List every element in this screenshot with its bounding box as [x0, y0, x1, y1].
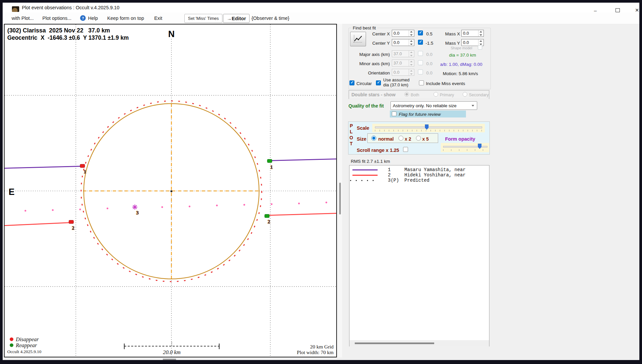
predicted-path-dots: [24, 202, 327, 211]
reappear-dot-icon: [10, 343, 13, 347]
quality-selected-value: Astrometry only. No reliable size: [393, 103, 457, 108]
legend-line-dotted: [350, 180, 377, 181]
scale-slider[interactable]: [372, 124, 485, 132]
chord-2-left: [5, 223, 70, 226]
plot-horizontal-scrollbar[interactable]: [4, 357, 337, 361]
major-axis-label: Major axis (km): [350, 52, 390, 57]
north-label: N: [168, 29, 174, 39]
rms-fit-readout: RMS fit 2.7 ±1.1 km: [351, 159, 390, 164]
spinner-arrows: [409, 69, 414, 75]
mass-y-input[interactable]: 0.0: [461, 39, 484, 46]
use-assumed-label-1: Use assumed: [383, 77, 409, 82]
observer-time-label[interactable]: {Observer & time}: [252, 16, 289, 21]
scale-slider-label: Scale: [357, 125, 369, 131]
editor-button[interactable]: →Editor: [223, 14, 250, 23]
observer-number: 3(P): [388, 178, 399, 183]
use-assumed-dia-checkbox[interactable]: [376, 80, 381, 85]
center-dot: [170, 190, 172, 192]
scroll-range-label: Scroll range x 1.25: [357, 148, 399, 153]
disappear-marker-2: [69, 220, 73, 224]
size-x5-radio[interactable]: [416, 136, 421, 141]
diameter-readout: dia = 37.0 km: [449, 53, 476, 58]
center-y-label: Center Y: [364, 41, 390, 46]
size-label: Size: [357, 136, 366, 142]
size-x5-label: x 5: [422, 136, 429, 142]
disappear-label: Disappear: [16, 336, 39, 342]
form-opacity-slider[interactable]: [441, 143, 489, 152]
double-both-label: Both: [411, 93, 419, 97]
plot-canvas[interactable]: 1 1 2 2 3 (302) Clarissa 2025 Nov 22 37.…: [4, 24, 337, 357]
horizontal-scrollbar-thumb[interactable]: [163, 359, 176, 360]
reappear-label: Reappear: [16, 342, 37, 348]
include-miss-checkbox[interactable]: [419, 80, 424, 85]
size-normal-radio[interactable]: [371, 136, 376, 141]
find-best-fit-button[interactable]: [350, 32, 366, 46]
disappear-dot-icon: [10, 338, 13, 341]
mass-x-input[interactable]: 0.0: [461, 30, 484, 37]
quality-dropdown[interactable]: Astrometry only. No reliable size: [390, 101, 477, 110]
set-miss-times-button[interactable]: Set 'Miss' Times: [184, 14, 222, 23]
shape-model-label: Shape model: [451, 46, 472, 50]
opacity-slider-thumb[interactable]: [478, 144, 482, 149]
circular-label: Circular: [356, 81, 372, 86]
chord-2-right: [269, 213, 336, 215]
center-y-input[interactable]: 0.0: [392, 39, 414, 46]
motion-readout: Motion: 5.86 km/s: [443, 71, 478, 76]
svg-text:1: 1: [270, 164, 273, 170]
observer-name: Predicted: [404, 178, 430, 183]
help-icon[interactable]: ?: [80, 15, 86, 21]
spinner-arrows[interactable]: [409, 30, 414, 36]
menu-keep-on-top[interactable]: Keep form on top: [107, 16, 144, 21]
menu-plot-options[interactable]: Plot options...: [42, 16, 71, 21]
flag-review-checkbox[interactable]: [392, 112, 396, 116]
menu-with-plot[interactable]: with Plot...: [12, 16, 34, 21]
observer-name: Masaru Yamashita, near: [404, 167, 466, 172]
chord-labels: 1 1 2 2 3: [72, 164, 273, 230]
spinner-arrows[interactable]: [478, 39, 483, 46]
svg-text:3: 3: [136, 210, 138, 215]
fit-chart-icon: [353, 34, 363, 44]
scale-slider-ticks: [375, 130, 482, 131]
adjust-major-value: 0.0: [426, 52, 433, 57]
chord-1-right: [271, 159, 336, 160]
adjust-y-checkbox[interactable]: [418, 40, 423, 45]
plot-subtitle: Geocentric X -1646.3 ±0.6 Y 1370.1 ±1.9 …: [7, 34, 129, 41]
adjust-minor-checkbox: [418, 60, 423, 65]
spinner-arrows[interactable]: [478, 30, 483, 36]
observer-list-scrollbar-thumb[interactable]: [355, 342, 434, 344]
shape-model-checkbox[interactable]: [478, 45, 482, 50]
size-x2-radio[interactable]: [398, 136, 403, 141]
plot-letter-t: T: [350, 141, 353, 146]
center-x-label: Center X: [364, 31, 390, 36]
observer-number: 2: [388, 172, 390, 178]
mass-x-label: Mass X: [436, 31, 460, 36]
title-bar[interactable]: Plot event observations : Occult v.4.202…: [3, 3, 639, 13]
occult-window: Plot event observations : Occult v.4.202…: [0, 0, 642, 364]
menu-exit[interactable]: Exit: [154, 16, 162, 21]
circular-checkbox[interactable]: [349, 80, 354, 85]
plot-vertical-scrollbar[interactable]: [338, 24, 342, 357]
adjust-x-checkbox[interactable]: [418, 30, 423, 35]
observer-list-scrollbar[interactable]: [349, 340, 489, 346]
adjust-minor-value: 0.0: [426, 61, 433, 66]
minor-axis-input: 37.0: [392, 60, 414, 67]
minor-axis-label: Minor axis (km): [350, 61, 390, 66]
observer-list[interactable]: [349, 165, 489, 346]
grid-size-label: 20 km Grid: [310, 344, 334, 349]
double-primary-label: Primary: [440, 93, 454, 97]
include-miss-label: Include Miss events: [426, 81, 465, 86]
spinner-arrows: [409, 51, 414, 57]
center-x-input[interactable]: 0.0: [392, 30, 414, 37]
vertical-scrollbar-thumb[interactable]: [339, 183, 341, 214]
scroll-range-checkbox[interactable]: [403, 147, 408, 152]
plot-letter-o: O: [349, 135, 353, 140]
axis-ratio-readout: a/b: 1.00, dMag: 0.00: [440, 62, 482, 67]
window-title: Plot event observations : Occult v.4.202…: [22, 5, 119, 10]
predicted-star-icon: [132, 205, 137, 209]
find-best-fit-title: Find best fit: [351, 25, 377, 30]
spinner-arrows[interactable]: [409, 39, 414, 46]
scale-slider-thumb[interactable]: [425, 124, 429, 130]
menu-help[interactable]: Help: [88, 16, 98, 21]
version-label: Occult 4.2025.9.10: [7, 349, 41, 354]
reappear-marker-2: [265, 214, 269, 218]
